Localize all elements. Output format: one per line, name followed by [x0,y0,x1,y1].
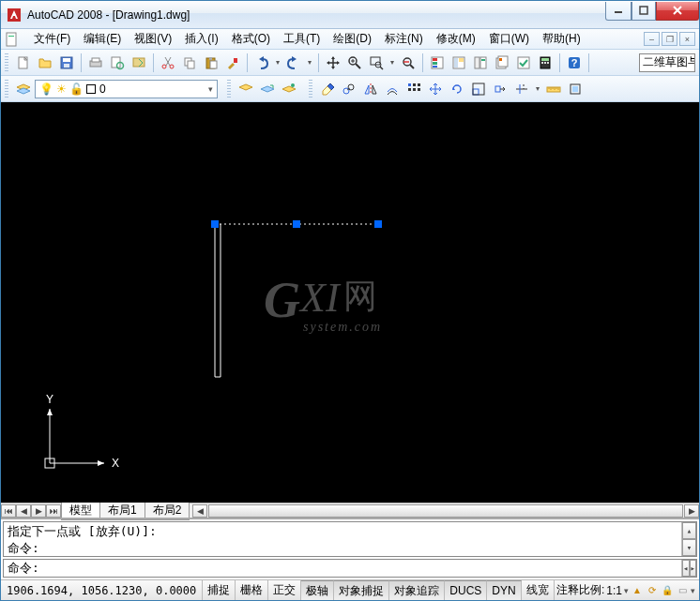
dyn-toggle[interactable]: DYN [487,580,521,600]
menu-file[interactable]: 文件(F) [27,29,77,49]
calculator-button[interactable] [535,53,555,73]
grid-toggle[interactable]: 栅格 [236,580,268,600]
cut-button[interactable] [158,53,178,73]
snap-toggle[interactable]: 捕捉 [203,580,236,600]
erase-button[interactable] [317,79,338,99]
close-button[interactable] [656,2,699,21]
grip-endpoint[interactable] [374,220,382,228]
hscroll-right-button[interactable]: ▶ [684,504,699,518]
polar-toggle[interactable]: 极轴 [301,580,334,600]
mdi-restore-button[interactable]: ❐ [662,32,677,46]
redo-button[interactable] [283,53,304,73]
plot-button[interactable] [85,53,106,73]
layer-isolate-button[interactable] [279,79,299,99]
command-input[interactable]: 命令: ◂ ▸ [3,559,697,578]
undo-dropdown[interactable]: ▾ [273,53,282,73]
toolbar-grip[interactable] [5,53,8,72]
chevron-down-icon[interactable]: ▾ [624,586,629,595]
maximize-button[interactable] [632,2,656,21]
redo-dropdown[interactable]: ▾ [305,53,314,73]
matchprop-button[interactable] [222,53,243,73]
trim-button[interactable] [511,79,532,99]
markup-button[interactable] [513,53,534,73]
anno-visibility-icon[interactable]: ▲ [631,584,644,597]
zoom-window-button[interactable] [366,53,387,73]
anno-autoscale-icon[interactable]: ⟳ [646,584,659,597]
otrack-toggle[interactable]: 对象追踪 [389,580,445,600]
block-button[interactable] [565,79,586,99]
hscroll-thumb[interactable] [208,504,683,518]
open-button[interactable] [35,53,55,73]
stretch-button[interactable] [490,79,510,99]
sheetset-button[interactable] [492,53,512,73]
ducs-toggle[interactable]: DUCS [445,580,487,600]
menu-dimension[interactable]: 标注(N) [378,29,430,49]
anno-scale-value[interactable]: 1:1 [606,584,622,597]
toolpalettes-button[interactable] [470,53,491,73]
zoom-previous-button[interactable] [398,53,418,73]
lwt-toggle[interactable]: 线宽 [522,580,555,600]
new-button[interactable] [13,53,34,73]
mdi-close-button[interactable]: × [679,32,695,46]
menu-tools[interactable]: 工具(T) [277,29,327,49]
command-history[interactable]: 指定下一点或 [放弃(U)]: 命令: ▴ ▾ [3,521,697,557]
help-button[interactable]: ? [564,53,585,73]
move-button[interactable] [425,79,446,99]
grip-midpoint[interactable] [293,220,300,228]
offset-button[interactable] [382,79,403,99]
tab-first-button[interactable]: ⏮ [1,504,16,518]
scroll-down-button[interactable]: ▾ [682,539,696,556]
layer-states-button[interactable] [236,79,256,99]
drawing-canvas[interactable]: GXI网 system.com X Y [1,102,699,503]
menu-format[interactable]: 格式(O) [225,29,277,49]
rotate-button[interactable] [447,79,467,99]
tray-icon[interactable]: ▭ [676,584,689,597]
mdi-minimize-button[interactable]: – [644,32,660,46]
menu-edit[interactable]: 编辑(E) [77,29,128,49]
chevron-down-icon[interactable]: ▾ [691,586,695,595]
minimize-button[interactable] [605,2,632,21]
lock-icon[interactable]: 🔒 [661,584,674,597]
measure-button[interactable] [543,79,564,99]
workspace-selector[interactable]: 二维草图与 [639,53,695,72]
paste-button[interactable] [201,53,221,73]
hscroll-left-button[interactable]: ◀ [192,504,207,518]
plot-preview-button[interactable] [107,53,128,73]
menu-modify[interactable]: 修改(M) [430,29,482,49]
trim-dropdown[interactable]: ▾ [533,79,542,99]
copy-obj-button[interactable] [339,79,359,99]
layer-dropdown[interactable]: 💡 ☀ 🔓 0 ▾ [35,80,218,98]
tab-prev-button[interactable]: ◀ [16,504,31,518]
menu-help[interactable]: 帮助(H) [536,29,587,49]
mirror-button[interactable] [360,79,381,99]
scroll-up-button[interactable]: ▴ [682,522,696,539]
layer-manager-button[interactable] [13,79,34,99]
zoom-dropdown[interactable]: ▾ [388,53,397,73]
tab-next-button[interactable]: ▶ [31,504,46,518]
zoom-realtime-button[interactable] [344,53,365,73]
tab-last-button[interactable]: ⏭ [46,504,61,518]
array-button[interactable] [403,79,424,99]
undo-button[interactable] [251,53,272,73]
menu-draw[interactable]: 绘图(D) [327,29,378,49]
designcenter-button[interactable] [449,53,469,73]
toolbar-grip[interactable] [227,80,231,98]
properties-button[interactable] [427,53,448,73]
scroll-left-button[interactable]: ◂ [682,560,690,577]
coordinates-display[interactable]: 1906.1694, 1056.1230, 0.0000 [1,580,203,600]
scale-button[interactable] [468,79,489,99]
toolbar-grip[interactable] [5,80,8,98]
scroll-right-button[interactable]: ▸ [690,560,697,577]
publish-button[interactable] [129,53,149,73]
ortho-toggle[interactable]: 正交 [268,580,301,600]
pan-button[interactable] [323,53,343,73]
copy-button[interactable] [179,53,200,73]
layer-previous-button[interactable] [257,79,278,99]
toolbar-grip[interactable] [309,80,312,98]
grip-endpoint[interactable] [211,220,219,228]
save-button[interactable] [56,53,77,73]
menu-window[interactable]: 窗口(W) [482,29,536,49]
menu-insert[interactable]: 插入(I) [178,29,224,49]
menu-view[interactable]: 视图(V) [128,29,178,49]
osnap-toggle[interactable]: 对象捕捉 [334,580,389,600]
